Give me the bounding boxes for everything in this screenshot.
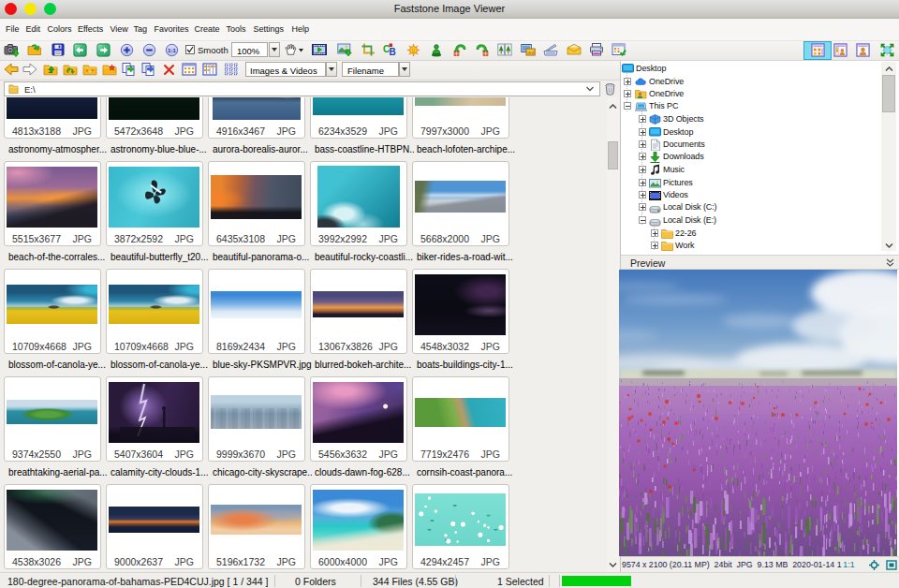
svg-text:B: B [390, 47, 396, 57]
svg-text:1:1: 1:1 [168, 47, 176, 53]
